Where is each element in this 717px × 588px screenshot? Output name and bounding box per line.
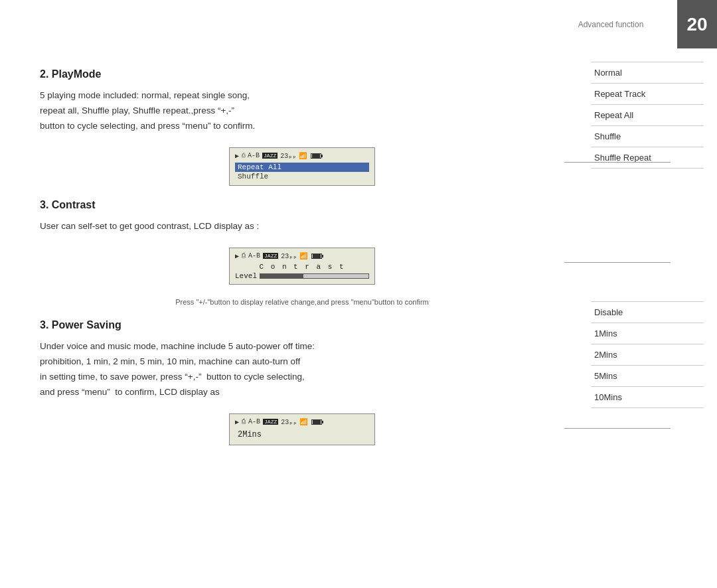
lcd-top-row: ▶ ⎙ A-B JAZZ 23ₚₚ 📶 bbox=[235, 152, 369, 160]
lcd-number3: 23ₚₚ bbox=[281, 418, 297, 426]
playmode-item-shuffle-repeat: Shuffle Repeat bbox=[591, 147, 704, 169]
section-power-saving: 3. Power Saving Under voice and music mo… bbox=[40, 319, 564, 445]
page-number: 20 bbox=[677, 0, 717, 48]
contrast-lcd: ▶ ⎙ A-B JAZZ 23ₚₚ 📶 C o n t r a s t Leve… bbox=[229, 248, 375, 285]
playmode-item-repeat-track: Repeat Track bbox=[591, 84, 704, 105]
contrast-body: User can self-set to get good contrast, … bbox=[40, 219, 564, 234]
section-playmode: 2. PlayMode 5 playing mode included: nor… bbox=[40, 68, 564, 186]
power-item-1mins: 1Mins bbox=[591, 323, 704, 344]
power-item-10mins: 10Mins bbox=[591, 387, 704, 408]
page-header: Advanced function 20 bbox=[531, 0, 717, 48]
lcd-2mins-text: 2Mins bbox=[235, 429, 369, 441]
lcd-level-fill bbox=[260, 274, 303, 278]
lcd-jazz2: JAZZ bbox=[263, 253, 278, 259]
main-content: 2. PlayMode 5 playing mode included: nor… bbox=[0, 48, 717, 588]
lcd-highlight-text: Repeat All bbox=[235, 163, 369, 172]
playmode-body: 5 playing mode included: normal, repeat … bbox=[40, 88, 564, 134]
contrast-lcd-container: ▶ ⎙ A-B JAZZ 23ₚₚ 📶 C o n t r a s t Leve… bbox=[40, 248, 564, 285]
lcd-level-bar bbox=[260, 273, 369, 279]
contrast-annotation: Press "+/-"button to display relative ch… bbox=[40, 298, 564, 306]
lcd-battery2 bbox=[311, 254, 322, 259]
playmode-sidebar-menu: Normal Repeat Track Repeat All Shuffle S… bbox=[591, 62, 704, 169]
lcd-icon3: ⎙ bbox=[242, 418, 246, 425]
lcd-icon2: ⎙ bbox=[242, 252, 246, 259]
contrast-title: 3. Contrast bbox=[40, 199, 564, 211]
lcd-battery3 bbox=[311, 419, 322, 425]
lcd-ab2: A-B bbox=[248, 252, 260, 259]
sidebar: Normal Repeat Track Repeat All Shuffle S… bbox=[584, 48, 717, 588]
lcd-number: 23ₚₚ bbox=[280, 152, 296, 160]
lcd-signal: 📶 bbox=[299, 152, 307, 160]
connector-line-playmode bbox=[564, 162, 671, 163]
power-item-5mins: 5Mins bbox=[591, 366, 704, 387]
lcd-sub-text: Shuffle bbox=[235, 172, 369, 181]
playmode-item-shuffle: Shuffle bbox=[591, 126, 704, 147]
lcd-level-row: Level bbox=[235, 272, 369, 280]
power-lcd-container: ▶ ⎙ A-B JAZZ 23ₚₚ 📶 2Mins bbox=[40, 413, 564, 445]
lcd-play-icon3: ▶ bbox=[235, 418, 239, 426]
lcd-number2: 23ₚₚ bbox=[281, 252, 297, 260]
lcd-repeat-icon: ⎙ bbox=[242, 153, 245, 159]
connector-line-power bbox=[564, 428, 671, 429]
power-item-disable: Disable bbox=[591, 301, 704, 323]
lcd-battery bbox=[311, 153, 321, 159]
playmode-lcd: ▶ ⎙ A-B JAZZ 23ₚₚ 📶 Repeat All Shuffle bbox=[229, 147, 375, 186]
lcd-signal2: 📶 bbox=[299, 252, 307, 260]
playmode-lcd-container: ▶ ⎙ A-B JAZZ 23ₚₚ 📶 Repeat All Shuffle bbox=[40, 147, 564, 186]
playmode-title: 2. PlayMode bbox=[40, 68, 564, 80]
lcd-ab3: A-B bbox=[248, 418, 260, 425]
lcd-ab: A-B bbox=[248, 152, 260, 159]
lcd-signal3: 📶 bbox=[299, 418, 307, 426]
connector-line-contrast bbox=[564, 262, 671, 263]
lcd-play-icon2: ▶ bbox=[235, 252, 239, 260]
content-area: 2. PlayMode 5 playing mode included: nor… bbox=[0, 48, 584, 588]
power-sidebar-menu: Disable 1Mins 2Mins 5Mins 10Mins bbox=[591, 301, 704, 408]
lcd-jazz3: JAZZ bbox=[263, 419, 278, 425]
lcd-contrast-title: C o n t r a s t bbox=[235, 263, 369, 271]
power-saving-title: 3. Power Saving bbox=[40, 319, 564, 331]
power-saving-body: Under voice and music mode, machine incl… bbox=[40, 339, 564, 400]
section-contrast: 3. Contrast User can self-set to get goo… bbox=[40, 199, 564, 306]
contrast-lcd-top: ▶ ⎙ A-B JAZZ 23ₚₚ 📶 bbox=[235, 252, 369, 260]
playmode-item-repeat-all: Repeat All bbox=[591, 105, 704, 126]
playmode-item-normal: Normal bbox=[591, 62, 704, 84]
lcd-play-icon: ▶ bbox=[235, 152, 239, 160]
header-label: Advanced function bbox=[531, 20, 677, 29]
power-lcd: ▶ ⎙ A-B JAZZ 23ₚₚ 📶 2Mins bbox=[229, 413, 375, 445]
power-item-2mins: 2Mins bbox=[591, 344, 704, 366]
lcd-jazz: JAZZ bbox=[262, 153, 278, 159]
power-lcd-top: ▶ ⎙ A-B JAZZ 23ₚₚ 📶 bbox=[235, 418, 369, 426]
lcd-level-label: Level bbox=[235, 272, 257, 280]
